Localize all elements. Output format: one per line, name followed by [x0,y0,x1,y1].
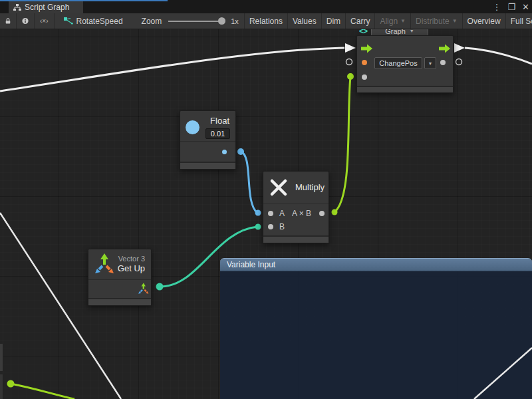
flow-in-port[interactable] [361,44,372,53]
close-icon[interactable]: ✕ [522,2,529,12]
multiply-node[interactable]: Multiply A A × B B [263,171,329,243]
port-label-a: A [279,209,285,218]
hollow-port[interactable] [346,59,352,65]
float-type-icon [186,120,200,134]
multiply-input-a-port[interactable] [268,211,273,216]
info-icon [22,17,29,25]
window-controls: ⋮ ❐ ✕ [492,0,529,13]
wire-endpoint[interactable] [7,380,15,388]
zoom-slider[interactable] [168,21,224,22]
relations-button[interactable]: Relations [245,13,288,29]
vector3-icon [94,253,116,276]
script-graph-window: Script Graph ⋮ ❐ ✕ ‹×› [0,0,532,399]
wire-getup-to-multiply [160,227,257,287]
wire-diagonal-right [474,348,532,399]
offscreen-node-sliver[interactable] [0,374,3,399]
full-screen-button[interactable]: Full Screen [506,13,532,29]
tab-script-graph[interactable]: Script Graph [9,1,83,13]
chevron-down-icon: ▼ [410,29,414,33]
graph-variable-breadcrumb[interactable]: RotateSpeed [55,13,128,29]
chevron-down-icon: ▼ [400,18,406,24]
multiply-input-b-port[interactable] [268,224,273,229]
graph-variable-label: RotateSpeed [76,17,123,26]
flow-arrowhead-in [345,43,356,53]
info-button[interactable] [17,13,35,29]
float-node-title: Float [210,116,229,126]
float-output-port[interactable] [222,150,227,154]
wire-endpoint[interactable] [255,224,261,230]
node-footer [263,235,329,243]
graph-toolbar: ‹×› RotateSpeed Zoom 1x Relations Values… [0,13,532,29]
chevron-down-icon: ▼ [452,18,458,24]
lock-button[interactable] [0,13,17,29]
vector3-type-label: Vector 3 [118,255,145,263]
values-button[interactable]: Values [288,13,322,29]
align-button[interactable]: Align ▼ [375,13,411,29]
maximize-icon[interactable]: ❐ [507,2,515,12]
wire-diagonal-left [0,213,121,399]
wire-endpoint[interactable] [237,148,244,155]
vector3-output-port-icon[interactable] [138,283,150,295]
wire-bottom-left [11,384,74,399]
graph-canvas[interactable]: Variable Input [0,29,532,399]
lock-icon [5,17,11,25]
port-label-b: B [279,222,285,231]
port-label-result: A × B [292,209,311,218]
wire-flow-out [465,48,532,64]
node-footer [180,162,235,169]
wire-multiply-to-setvar [334,77,350,212]
variable-name-port[interactable] [362,60,367,65]
offscreen-node-sliver[interactable] [0,344,3,371]
hollow-port[interactable] [456,59,462,65]
variable-dropdown-arrow-button[interactable]: ▼ [424,57,436,69]
graph-hierarchy-icon [13,4,21,11]
output-value-port[interactable] [440,60,446,65]
dim-button[interactable]: Dim [322,13,346,29]
carry-button[interactable]: Carry [346,13,375,29]
zoom-label: Zoom [142,17,162,26]
tab-title: Script Graph [25,3,69,12]
multiply-icon [269,178,288,197]
wire-flow-in [0,48,344,91]
vector3-getup-node[interactable]: Vector 3 Get Up [88,249,152,306]
node-footer [357,86,453,92]
code-view-button[interactable]: ‹×› [35,13,55,29]
tab-bar: Script Graph ⋮ ❐ ✕ [0,0,532,13]
vector3-node-title: Get Up [118,263,145,273]
wire-endpoint[interactable] [255,210,261,216]
nested-graph-icon [64,17,73,25]
distribute-button[interactable]: Distribute ▼ [411,13,463,29]
variable-dropdown[interactable]: ChangePos [374,57,422,69]
zoom-value: 1x [231,17,239,25]
chevron-down-icon: ▼ [428,61,433,66]
wire-float-to-multiply [241,152,257,213]
float-node[interactable]: Float 0.01 [180,110,236,170]
node-footer [88,298,151,305]
code-view-icon: ‹×› [40,17,49,25]
flow-arrowhead-out [454,43,465,53]
float-value-field[interactable]: 0.01 [205,128,230,139]
wire-endpoint[interactable] [332,209,338,215]
zoom-slider-handle[interactable] [218,17,225,25]
zoom-control: Zoom 1x [128,13,244,29]
flow-out-port[interactable] [439,44,450,53]
wire-endpoint[interactable] [347,73,354,80]
wire-endpoint[interactable] [156,283,164,291]
overview-button[interactable]: Overview [463,13,506,29]
menu-kebab-icon[interactable]: ⋮ [492,2,501,12]
multiply-output-port[interactable] [319,211,325,216]
multiply-node-title: Multiply [295,182,325,192]
set-variable-node[interactable]: ChangePos ▼ [356,35,454,93]
input-value-port[interactable] [362,74,367,80]
